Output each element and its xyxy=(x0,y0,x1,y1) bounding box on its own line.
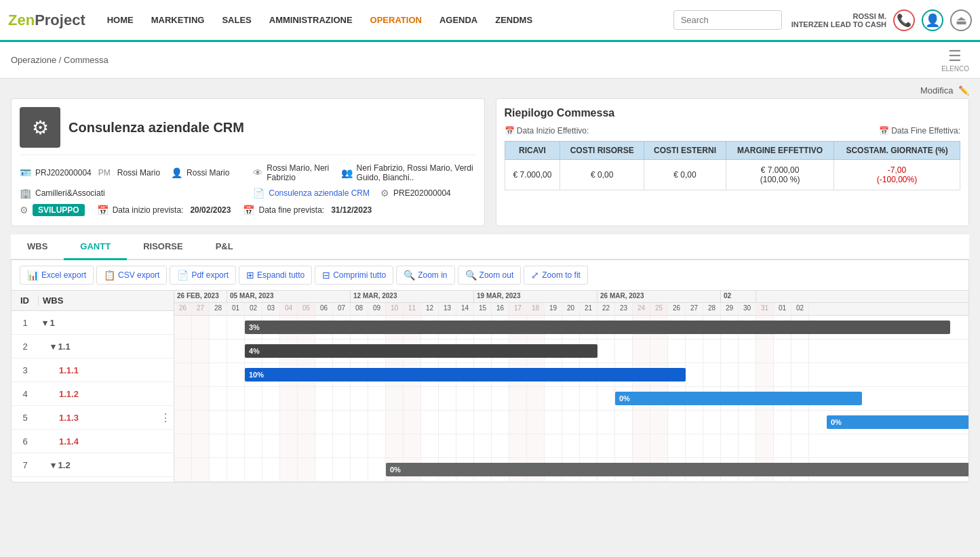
slot-r5-d5 xyxy=(262,434,280,457)
day-cell-5: 03 xyxy=(262,303,280,315)
slot-r0-d0 xyxy=(174,316,192,339)
slot-r3-d23 xyxy=(580,387,597,410)
tab-wbs[interactable]: WBS xyxy=(11,234,64,260)
slot-r4-d33 xyxy=(756,411,774,434)
slot-r3-d2 xyxy=(210,387,227,410)
day-cell-31: 29 xyxy=(721,303,739,315)
gantt-row-2: 2 ▾ 1.1 xyxy=(12,335,174,358)
csv-export-button[interactable]: 📋 CSV export xyxy=(96,266,167,285)
day-cell-24: 22 xyxy=(597,303,615,315)
slot-r1-d33 xyxy=(756,339,774,363)
slot-r5-d25 xyxy=(615,434,633,457)
day-cell-7: 05 xyxy=(298,303,315,315)
slot-r1-d32 xyxy=(739,339,756,363)
slot-r5-d29 xyxy=(686,434,703,457)
row-4-wbs[interactable]: 1.1.2 xyxy=(39,389,174,399)
pdf-export-button[interactable]: 📄 Pdf export xyxy=(170,266,236,285)
day-cell-17: 15 xyxy=(474,303,492,315)
search-input[interactable] xyxy=(673,10,782,30)
nav-operation[interactable]: OPERATION xyxy=(362,9,430,30)
breadcrumb: Operazione / Commessa xyxy=(11,55,109,65)
nav-zendms[interactable]: ZENDMS xyxy=(487,9,541,30)
slot-r6-d5 xyxy=(262,458,280,481)
nav-sales[interactable]: SALES xyxy=(214,9,259,30)
zoom-out-button[interactable]: 🔍 Zoom out xyxy=(458,266,522,285)
slot-r4-d9 xyxy=(333,411,351,434)
slot-r3-d15 xyxy=(439,387,456,410)
modifica-button[interactable]: Modifica xyxy=(920,85,953,96)
tab-pl[interactable]: P&L xyxy=(199,234,250,260)
zoom-in-icon: 🔍 xyxy=(404,270,415,281)
slot-r5-d12 xyxy=(386,434,404,457)
row-3-wbs[interactable]: 1.1.1 xyxy=(39,365,174,375)
tab-risorse[interactable]: RISORSE xyxy=(127,234,199,260)
row-6-wbs[interactable]: 1.1.4 xyxy=(39,436,174,447)
user-icon[interactable]: 👤 xyxy=(922,9,943,31)
slot-r4-d14 xyxy=(421,411,439,434)
slot-r4-d6 xyxy=(280,411,298,434)
row-7-wbs[interactable]: ▾ 1.2 xyxy=(39,460,174,470)
week-12mar: 12 MAR, 2023 xyxy=(351,291,474,302)
slot-r4-d27 xyxy=(650,411,668,434)
slot-r2-d33 xyxy=(756,363,774,386)
gantt-toolbar: 📊 Excel export 📋 CSV export 📄 Pdf export… xyxy=(12,260,968,291)
tab-gantt[interactable]: GANTT xyxy=(64,234,127,260)
slot-r5-d3 xyxy=(227,434,245,457)
zoom-fit-button[interactable]: ⤢ Zoom to fit xyxy=(524,266,588,285)
edit-icon[interactable]: ✏️ xyxy=(958,85,969,96)
week-02apr: 02 xyxy=(721,291,756,302)
slot-r5-d8 xyxy=(315,434,333,457)
nav-marketing[interactable]: MARKETING xyxy=(143,9,213,30)
excel-export-button[interactable]: 📊 Excel export xyxy=(20,266,94,285)
bar-row-1: 4% xyxy=(174,339,968,363)
day-cell-19: 17 xyxy=(509,303,527,315)
slot-r5-d0 xyxy=(174,434,192,457)
slot-r6-d11 xyxy=(368,458,386,481)
logo-project: Project xyxy=(35,12,85,28)
expand-icon: ⊞ xyxy=(246,270,254,281)
gantt-row-1: 1 ▾ 1 xyxy=(12,311,174,335)
row-5-wbs[interactable]: 1.1.3 xyxy=(39,413,157,423)
gantt-container: ID WBS 1 ▾ 1 2 ▾ 1.1 3 xyxy=(12,291,968,482)
row-1-wbs[interactable]: ▾ 1 xyxy=(39,318,174,328)
ellipsis-icon[interactable]: ⋮ xyxy=(157,411,174,424)
summary-dates: 📅 Data Inizio Effettivo: 📅 Data Fine Eff… xyxy=(505,126,961,136)
description-link[interactable]: Consulenza aziendale CRM xyxy=(269,188,370,198)
day-cell-9: 07 xyxy=(333,303,351,315)
slot-r3-d24 xyxy=(597,387,615,410)
col-costi-esterni: COSTI ESTERNI xyxy=(644,142,726,160)
slot-r1-d34 xyxy=(774,339,791,363)
list-icon: ☰ xyxy=(941,47,969,65)
nav-amministrazione[interactable]: AMMINISTRAZIONE xyxy=(261,9,361,30)
espandi-button[interactable]: ⊞ Espandi tutto xyxy=(239,266,312,285)
slot-r1-d28 xyxy=(668,339,686,363)
slot-r3-d19 xyxy=(509,387,527,410)
phone-icon[interactable]: 📞 xyxy=(893,9,915,31)
summary-title: Riepilogo Commessa xyxy=(505,107,961,119)
comprimi-button[interactable]: ⊟ Comprimi tutto xyxy=(315,266,393,285)
comprimi-label: Comprimi tutto xyxy=(333,270,386,280)
excel-label: Excel export xyxy=(41,270,86,280)
slot-r0-d2 xyxy=(210,316,227,339)
slot-r1-d27 xyxy=(650,339,668,363)
slot-r5-d23 xyxy=(580,434,597,457)
nav-home[interactable]: HOME xyxy=(99,9,142,30)
row-2-wbs[interactable]: ▾ 1.1 xyxy=(39,342,174,352)
margine-eff: € 7.000,00 xyxy=(761,165,800,175)
slot-r5-d27 xyxy=(650,434,668,457)
week-labels: 26 FEB, 2023 05 MAR, 2023 12 MAR, 2023 1… xyxy=(174,291,968,303)
logo[interactable]: ZenProject xyxy=(8,12,85,29)
bar-row-5 xyxy=(174,434,968,458)
pdf-icon: 📄 xyxy=(177,270,189,281)
company: Camilleri&Associati xyxy=(35,188,105,198)
day-cell-22: 20 xyxy=(562,303,580,315)
slot-r5-d24 xyxy=(597,434,615,457)
list-button[interactable]: ☰ ELENCO xyxy=(941,47,969,73)
nav-agenda[interactable]: AGENDA xyxy=(431,9,486,30)
exit-icon[interactable]: ⏏ xyxy=(950,9,972,31)
zoom-in-button[interactable]: 🔍 Zoom in xyxy=(396,266,454,285)
slot-r4-d5 xyxy=(262,411,280,434)
day-cell-35: 02 xyxy=(791,303,809,315)
slot-r3-d5 xyxy=(262,387,280,410)
slot-r5-d35 xyxy=(791,434,809,457)
